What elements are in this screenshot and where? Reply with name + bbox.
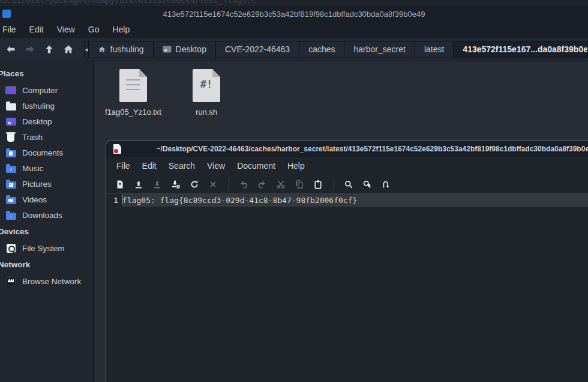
forward-button[interactable] [20, 40, 40, 58]
sidebar-item-trash[interactable]: Trash [0, 129, 93, 145]
editor-menu-document[interactable]: Document [231, 157, 281, 175]
editor-menu-edit[interactable]: Edit [136, 157, 163, 175]
undo-button[interactable] [237, 178, 250, 191]
window-app-icon [2, 10, 11, 18]
file-manager-title: 413e572f115e1674c52e629b3c53a42bf819f98c… [163, 10, 425, 19]
file-item-flag-txt[interactable]: f1ag05_Yz1o.txt [104, 69, 162, 117]
shell-script-icon: #! [193, 69, 220, 102]
copy-button[interactable] [293, 178, 306, 191]
breadcrumb-item-desktop[interactable]: Desktop [154, 41, 216, 58]
redo-button[interactable] [256, 178, 269, 191]
background-window-strip[interactable]: n3.11/dist-packages/numpy/distutils/chec… [0, 0, 588, 6]
editor-menubar: File Edit Search View Document Help [106, 157, 588, 175]
menu-edit[interactable]: Edit [23, 22, 50, 38]
breadcrumb-item-fushuling[interactable]: fushuling [89, 41, 154, 58]
music-folder-icon: ♪ [5, 163, 17, 174]
reload-file-button[interactable] [188, 178, 201, 191]
sidebar: Places Computer fushuling Desktop Trash [0, 61, 94, 382]
breadcrumb-item-latest[interactable]: latest [415, 41, 454, 58]
back-button[interactable] [1, 40, 20, 58]
sidebar-item-music[interactable]: ♪ Music [0, 160, 93, 176]
sidebar-item-file-system[interactable]: File System [0, 240, 93, 256]
scissors-icon [276, 180, 286, 189]
menu-file[interactable]: File [0, 22, 23, 38]
computer-icon [5, 85, 17, 96]
home-folder-icon [5, 100, 17, 111]
sidebar-header-devices: Devices [0, 223, 93, 240]
search-icon [344, 180, 353, 189]
save-file-as-button[interactable] [169, 178, 182, 191]
search-replace-icon [362, 180, 372, 189]
close-document-button[interactable] [206, 178, 220, 191]
downloads-folder-icon: ↓ [5, 210, 17, 220]
editor-menu-search[interactable]: Search [163, 157, 201, 175]
menu-go[interactable]: Go [82, 22, 106, 38]
file-manager-toolbar: ◂ fushuling Desktop CVE-2022-46463 cache… [0, 38, 588, 61]
hard-drive-icon [5, 243, 17, 253]
editor-titlebar[interactable]: ~/Desktop/CVE-2022-46463/caches/harbor_s… [106, 141, 588, 157]
file-manager-titlebar[interactable]: 413e572f115e1674c52e629b3c53a42bf819f98c… [0, 6, 588, 22]
file-item-run-sh[interactable]: #! run.sh [178, 69, 235, 117]
breadcrumb-item-cve-2022-46463[interactable]: CVE-2022-46463 [216, 41, 299, 58]
reload-icon [190, 180, 199, 189]
toolbar-separator [228, 178, 229, 190]
breadcrumb-item-harbor-secret[interactable]: harbor_secret [344, 41, 415, 58]
breadcrumb-item-caches[interactable]: caches [299, 41, 344, 58]
sidebar-item-fushuling[interactable]: fushuling [0, 98, 93, 114]
home-icon [98, 46, 106, 53]
line-number: 1 [106, 194, 122, 207]
sidebar-item-videos[interactable]: Videos [0, 192, 93, 207]
breadcrumb-item-current-hash[interactable]: 413e572f115e167...da0a8f39b0e49 [454, 41, 588, 58]
find-and-replace-button[interactable] [361, 178, 374, 191]
sidebar-item-documents[interactable]: Documents [0, 145, 93, 160]
mousepad-app-icon [113, 144, 121, 154]
editor-menu-view[interactable]: View [201, 157, 231, 175]
arrow-right-icon [25, 44, 35, 55]
sidebar-item-pictures[interactable]: Pictures [0, 176, 93, 192]
network-icon [5, 276, 17, 286]
home-icon [63, 44, 74, 55]
arrow-up-icon [44, 44, 55, 55]
sidebar-item-computer[interactable]: Computer [0, 82, 93, 98]
breadcrumb: ◂ fushuling Desktop CVE-2022-46463 cache… [84, 41, 588, 58]
screen: n3.11/dist-packages/numpy/distutils/chec… [0, 0, 588, 382]
toolbar-separator [333, 178, 334, 190]
home-button[interactable] [59, 40, 78, 58]
find-button[interactable] [342, 178, 355, 191]
go-to-line-button[interactable] [379, 178, 392, 191]
copy-icon [295, 180, 304, 189]
background-path-text: n3.11/dist-packages/numpy/distutils/chec… [0, 0, 256, 5]
close-icon [208, 180, 218, 189]
text-editor-window: ~/Desktop/CVE-2022-46463/caches/harbor_s… [106, 140, 588, 382]
menu-view[interactable]: View [50, 22, 82, 38]
sidebar-item-downloads[interactable]: ↓ Downloads [0, 207, 93, 223]
paste-button[interactable] [311, 178, 325, 191]
save-file-as-icon [171, 180, 181, 189]
save-file-icon [152, 180, 162, 189]
editor-menu-file[interactable]: File [110, 157, 136, 175]
editor-toolbar [106, 175, 588, 193]
jump-arrow-icon [381, 180, 391, 189]
trash-icon [5, 132, 17, 142]
up-button[interactable] [40, 40, 59, 58]
code-line-content[interactable]: flag05: flag{8c89ccd3-029d-41c8-8b47-98f… [122, 194, 588, 207]
sidebar-header-places: Places [0, 65, 93, 82]
open-file-button[interactable] [132, 178, 145, 191]
cut-button[interactable] [274, 178, 287, 191]
file-name: f1ag05_Yz1o.txt [105, 108, 161, 117]
file-manager-menubar: File Edit View Go Help [0, 22, 588, 38]
file-name: run.sh [196, 108, 217, 117]
menu-help[interactable]: Help [106, 22, 136, 38]
chevron-left-icon: ◂ [85, 46, 88, 53]
redo-icon [257, 180, 267, 189]
sidebar-item-desktop[interactable]: Desktop [0, 114, 93, 129]
save-file-button[interactable] [151, 178, 164, 191]
editor-text-area[interactable]: 1 flag05: flag{8c89ccd3-029d-41c8-8b47-9… [106, 193, 588, 382]
sidebar-item-browse-network[interactable]: Browse Network [0, 273, 93, 289]
videos-folder-icon [5, 194, 17, 205]
editor-title: ~/Desktop/CVE-2022-46463/caches/harbor_s… [157, 145, 588, 153]
new-document-button[interactable] [113, 178, 127, 191]
desktop-icon [5, 116, 17, 127]
editor-menu-help[interactable]: Help [281, 157, 311, 175]
text-file-icon [119, 69, 147, 102]
